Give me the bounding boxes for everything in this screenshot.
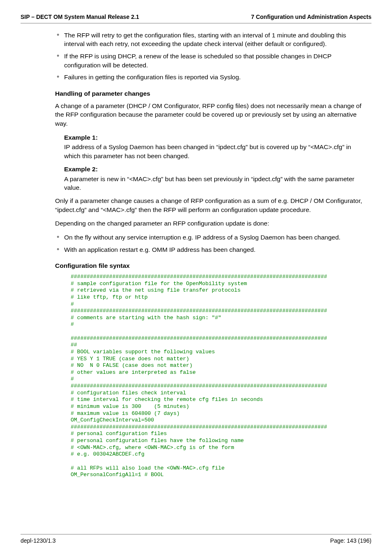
handling-heading: Handling of parameter changes — [55, 89, 368, 98]
footer-right: Page: 143 (196) — [330, 537, 371, 545]
handling-intro-paragraph: A change of a parameter (DHCP / OM Confi… — [55, 101, 368, 128]
list-item: If the RFP is using DHCP, a renew of the… — [55, 52, 368, 69]
footer-rule — [21, 534, 371, 534]
config-file-code: ########################################… — [71, 274, 368, 479]
footer-left: depl-1230/1.3 — [21, 537, 56, 545]
example-2-body: A parameter is new in “<MAC>.cfg” but ha… — [64, 175, 368, 192]
example-2-title: Example 2: — [64, 165, 368, 174]
list-item: On the fly without any service interrupt… — [55, 233, 368, 242]
depending-paragraph: Depending on the changed parameter an RF… — [55, 219, 368, 228]
example-block: Example 1: IP address of a Syslog Daemon… — [55, 133, 368, 192]
depending-bullet-list: On the fly without any service interrupt… — [55, 233, 368, 254]
content-area: The RFP will retry to get the configurat… — [21, 31, 371, 479]
example-1-title: Example 1: — [64, 133, 368, 142]
list-item: With an application restart e.g. OMM IP … — [55, 245, 368, 254]
top-bullet-list: The RFP will retry to get the configurat… — [55, 31, 368, 82]
header-rule — [21, 23, 371, 23]
page-footer: depl-1230/1.3 Page: 143 (196) — [21, 530, 371, 545]
list-item: The RFP will retry to get the configurat… — [55, 31, 368, 48]
only-if-paragraph: Only if a parameter change causes a chan… — [55, 196, 368, 214]
example-1-body: IP address of a Syslog Daemon has been c… — [64, 143, 368, 160]
header-left: SIP – DECT OM System Manual Release 2.1 — [21, 13, 139, 21]
syntax-heading: Configuration file syntax — [55, 261, 368, 270]
page-header: SIP – DECT OM System Manual Release 2.1 … — [21, 13, 371, 23]
header-right: 7 Configuration und Administration Aspec… — [251, 13, 371, 21]
list-item: Failures in getting the configuration fi… — [55, 73, 368, 82]
